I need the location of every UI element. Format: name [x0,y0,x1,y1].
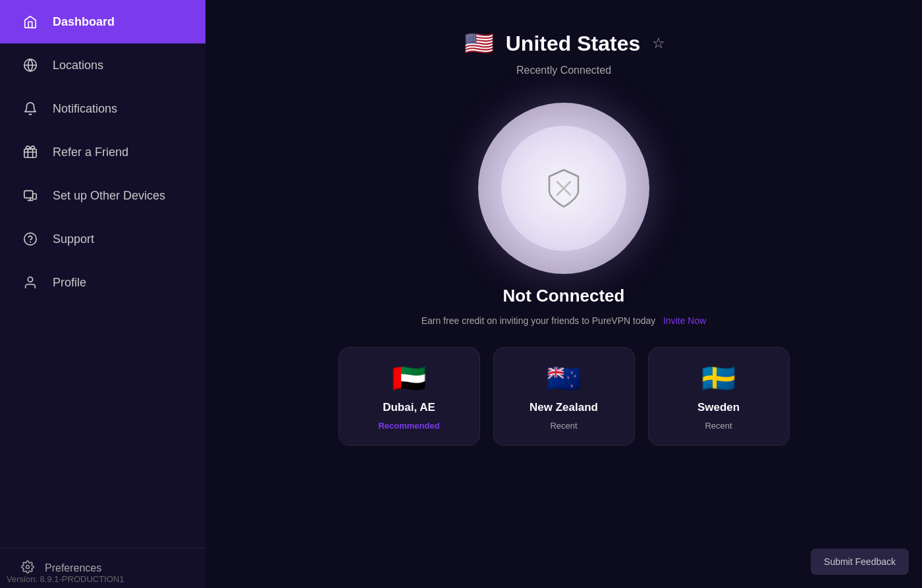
sidebar-item-support[interactable]: Support [0,217,205,261]
not-connected-text: Not Connected [503,286,625,306]
gift-icon [21,145,40,159]
sweden-name: Sweden [697,401,740,414]
nz-flag: 🇳🇿 [547,362,581,394]
sidebar-item-setup[interactable]: Set up Other Devices [0,174,205,217]
home-icon [21,14,40,29]
invite-now-link[interactable]: Invite Now [663,315,706,326]
shield-container[interactable] [478,103,649,274]
svg-rect-3 [33,194,36,199]
sidebar: Dashboard Locations Notifications [0,0,205,588]
svg-point-5 [30,242,31,242]
globe-icon [21,58,40,72]
sweden-status: Recent [705,421,732,431]
svg-point-4 [24,233,36,245]
sidebar-setup-label: Set up Other Devices [53,189,165,203]
star-icon[interactable]: ☆ [652,35,665,52]
invite-text: Earn free credit on inviting your friend… [421,315,707,326]
dubai-name: Dubai, AE [383,401,435,414]
svg-point-6 [28,277,32,282]
dubai-flag: 🇦🇪 [392,362,426,394]
nz-name: New Zealand [529,401,598,414]
sidebar-item-notifications[interactable]: Notifications [0,87,205,130]
shield-outer-circle [478,103,649,274]
sidebar-notifications-label: Notifications [53,102,117,116]
sidebar-support-label: Support [53,232,94,246]
card-new-zealand[interactable]: 🇳🇿 New Zealand Recent [493,347,635,446]
svg-point-7 [26,566,30,569]
sidebar-item-locations[interactable]: Locations [0,43,205,87]
us-flag: 🇺🇸 [462,26,497,61]
recently-connected: Recently Connected [516,65,611,76]
sidebar-locations-label: Locations [53,59,103,72]
card-sweden[interactable]: 🇸🇪 Sweden Recent [648,347,790,446]
svg-rect-1 [24,149,36,157]
bell-icon [21,101,40,116]
help-icon [21,232,40,246]
submit-feedback-button[interactable]: Submit Feedback [811,548,909,575]
sweden-flag: 🇸🇪 [701,362,736,394]
devices-icon [21,188,40,203]
connection-location: 🇺🇸 United States ☆ [462,26,665,61]
sidebar-refer-label: Refer a Friend [53,146,128,159]
main-content: 🇺🇸 United States ☆ Recently Connected No… [205,0,922,588]
location-cards: 🇦🇪 Dubai, AE Recommended 🇳🇿 New Zealand … [339,347,790,446]
shield-inner-circle [501,126,626,251]
nz-status: Recent [550,421,577,431]
connection-header: 🇺🇸 United States ☆ Recently Connected [462,26,665,76]
svg-rect-2 [24,191,33,198]
preferences-label: Preferences [45,562,101,574]
sidebar-dashboard-label: Dashboard [53,15,115,29]
sidebar-profile-label: Profile [53,276,86,290]
card-dubai[interactable]: 🇦🇪 Dubai, AE Recommended [339,347,480,446]
sidebar-item-dashboard[interactable]: Dashboard [0,0,205,43]
version-text: Version: 8.9.1-PRODUCTION1 [7,574,124,584]
user-icon [21,275,40,290]
sidebar-item-refer[interactable]: Refer a Friend [0,130,205,174]
sidebar-item-profile[interactable]: Profile [0,261,205,304]
location-name: United States [506,32,640,56]
dubai-status: Recommended [378,421,439,431]
